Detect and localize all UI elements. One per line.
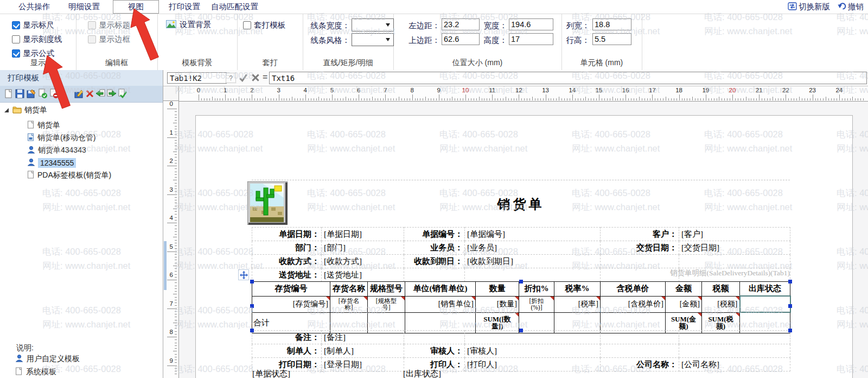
checkbox-show-title[interactable]: 显示标题 xyxy=(88,20,130,30)
save-as-icon[interactable] xyxy=(26,89,36,99)
detail-data-cell[interactable]: [销售单位] xyxy=(405,296,476,312)
selection-handle[interactable] xyxy=(788,329,792,332)
form-label-cell[interactable]: 公司名称： xyxy=(601,358,679,371)
menu-item-print-settings[interactable]: 打印设置 xyxy=(165,0,203,14)
detail-header-cell[interactable]: 含税单价 xyxy=(601,282,666,297)
detail-header-cell[interactable]: 规格型号 xyxy=(368,282,405,297)
approve-template-icon[interactable] xyxy=(37,89,48,99)
selection-handle[interactable] xyxy=(788,280,792,284)
form-value-cell[interactable] xyxy=(679,268,790,282)
detail-data-cell[interactable]: [含税单价] xyxy=(601,296,666,312)
form-label-cell[interactable]: 送货地址： xyxy=(252,268,322,282)
detail-header-cell[interactable]: 数量 xyxy=(476,282,519,297)
new-template-icon[interactable] xyxy=(3,89,14,99)
tree-item-label[interactable]: 销货单 xyxy=(37,121,60,130)
template-tree-item[interactable]: 销货单434343 xyxy=(27,146,86,155)
template-tree-item[interactable]: PDA标签模板(销货单) xyxy=(27,171,111,180)
delete-icon[interactable] xyxy=(85,89,95,99)
selection-handle[interactable] xyxy=(250,329,254,332)
detail-data-cell[interactable]: [金额] xyxy=(666,296,702,312)
menu-item-detail-settings[interactable]: 明细设置 xyxy=(65,0,103,14)
selection-handle[interactable] xyxy=(250,280,254,284)
form-value-cell[interactable]: [业务员] xyxy=(465,241,601,255)
form-value-cell[interactable] xyxy=(679,331,790,344)
edit-icon[interactable] xyxy=(74,89,84,99)
form-value-cell[interactable] xyxy=(679,344,790,358)
form-value-cell[interactable] xyxy=(679,255,790,268)
checkbox-show-formulas[interactable]: 显示公式 xyxy=(12,48,54,59)
form-label-cell[interactable]: 收款方式： xyxy=(252,255,322,268)
undo-button[interactable]: 撤销 xyxy=(838,2,864,12)
apply-icon[interactable] xyxy=(117,89,127,99)
top-margin-input[interactable] xyxy=(442,33,480,45)
import-icon[interactable] xyxy=(95,89,106,99)
outbound-status-field[interactable]: [出库状态] xyxy=(403,369,441,378)
template-tree-item[interactable]: 销货单(移动仓管) xyxy=(27,133,95,143)
formula-help-button[interactable]: ? xyxy=(226,73,236,83)
form-value-cell[interactable]: [部门] xyxy=(322,241,404,255)
form-value-cell[interactable]: [交货日期] xyxy=(679,241,790,255)
form-value-cell[interactable]: [收款到期日] xyxy=(465,255,601,268)
checkbox-box[interactable] xyxy=(12,21,20,29)
height-input[interactable] xyxy=(509,33,553,45)
set-background-button[interactable]: 设置背景 xyxy=(166,20,211,30)
document-title[interactable]: 销货单 xyxy=(497,196,545,213)
detail-header-cell[interactable]: 存货编号 xyxy=(252,282,330,297)
form-label-cell[interactable] xyxy=(404,268,465,282)
tree-item-label[interactable]: 销货单(移动仓管) xyxy=(37,133,95,143)
tree-item-label[interactable]: 12345555 xyxy=(38,158,76,168)
checkbox-show-border[interactable]: 显示边框 xyxy=(88,34,130,45)
detail-selected-cell[interactable] xyxy=(740,296,790,312)
form-label-cell[interactable]: 制单人： xyxy=(252,344,322,358)
detail-header-cell[interactable]: 存货名称 xyxy=(330,282,368,297)
detail-header-cell[interactable]: 税率% xyxy=(554,282,601,297)
doc-status-field[interactable]: [单据状态] xyxy=(252,369,290,378)
form-label-cell[interactable]: 单据编号： xyxy=(404,228,465,241)
switch-version-button[interactable]: 切换新版 xyxy=(788,2,830,12)
left-margin-input[interactable] xyxy=(442,18,480,30)
form-label-cell[interactable] xyxy=(601,255,679,268)
form-value-cell[interactable]: [公司名称] xyxy=(679,358,790,371)
checkbox-box[interactable] xyxy=(12,49,20,58)
template-logo-image[interactable] xyxy=(247,181,288,227)
form-label-cell[interactable]: 单据日期： xyxy=(252,228,322,241)
form-label-cell[interactable]: 客户： xyxy=(601,228,679,241)
document-title-band[interactable]: 销货单 xyxy=(252,180,790,228)
disable-template-icon[interactable] xyxy=(49,89,59,99)
form-value-cell[interactable]: [登录日期] xyxy=(322,358,404,371)
detail-data-cell[interactable]: [数量] xyxy=(476,296,519,312)
menu-item-view[interactable]: 视图 xyxy=(113,0,159,14)
table-move-handle[interactable] xyxy=(238,269,249,280)
cell-reference-box[interactable]: Tab1!K2 xyxy=(167,72,227,84)
selection-handle[interactable] xyxy=(519,280,523,284)
formula-cancel-icon[interactable] xyxy=(251,73,260,83)
detail-header-cell[interactable]: 金额 xyxy=(666,282,702,297)
form-label-cell[interactable]: 审核人： xyxy=(404,344,465,358)
form-value-cell[interactable]: [备注] xyxy=(322,331,404,344)
form-label-cell[interactable]: 业务员： xyxy=(404,241,465,255)
form-value-cell[interactable]: [打印人] xyxy=(465,358,601,371)
template-tree-item[interactable]: 12345555 xyxy=(27,158,76,168)
tree-item-label[interactable]: PDA标签模板(销货单) xyxy=(37,171,111,180)
line-style-dropdown[interactable] xyxy=(352,33,394,46)
form-label-cell[interactable]: 部门： xyxy=(252,241,322,255)
template-tree-item[interactable]: 销货单 xyxy=(4,105,47,115)
selection-handle[interactable] xyxy=(250,304,254,308)
form-label-cell[interactable] xyxy=(601,268,679,282)
save-icon[interactable] xyxy=(15,89,25,99)
export-icon[interactable] xyxy=(106,89,117,99)
checkbox-box[interactable] xyxy=(243,21,251,29)
selection-handle[interactable] xyxy=(788,304,792,308)
formula-accept-icon[interactable] xyxy=(239,73,248,83)
line-width-dropdown[interactable] xyxy=(352,18,394,32)
width-input[interactable] xyxy=(509,18,553,30)
detail-header-cell[interactable]: 税额 xyxy=(702,282,740,297)
checkbox-box[interactable] xyxy=(12,35,20,43)
detail-data-cell[interactable]: [税率] xyxy=(554,296,601,312)
form-value-cell[interactable]: [单据日期] xyxy=(322,228,404,241)
form-label-cell[interactable]: 交货日期： xyxy=(601,241,679,255)
form-value-cell[interactable] xyxy=(465,331,601,344)
detail-data-cell[interactable]: [规格型 号] xyxy=(368,296,405,312)
checkbox-overlay-template[interactable]: 套打模板 xyxy=(243,20,285,30)
detail-header-cell[interactable]: 出库状态 xyxy=(740,282,790,297)
